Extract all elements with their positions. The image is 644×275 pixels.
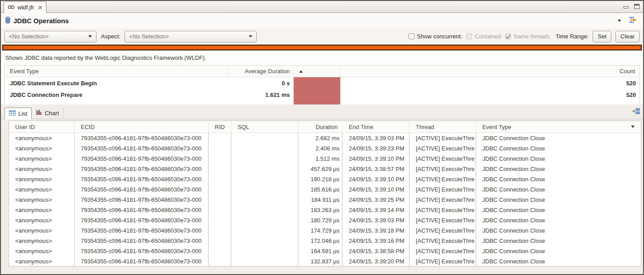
navigate-association-icon[interactable] <box>628 16 637 25</box>
cell-duration: 164.591 µs <box>298 246 343 256</box>
cell-thread: [ACTIVE] ExecuteThre <box>410 133 476 143</box>
cell-user-id: <anonymous> <box>9 225 75 236</box>
cell-event-type: JDBC Connection Close <box>476 174 641 184</box>
cell-event-type: JDBC Connection Close <box>476 195 641 205</box>
table-row[interactable]: <anonymous> 79354355-c096-4181-97fb-6504… <box>9 195 641 205</box>
aspect-combo[interactable]: <No Selection> <box>125 31 257 42</box>
tab-chart-label: Chart <box>45 110 59 117</box>
time-range-label: Time Range: <box>556 33 589 40</box>
description-text: Shows JDBC data reported by the WebLogic… <box>1 50 643 64</box>
header-event-type[interactable]: Event Type <box>4 66 229 77</box>
same-threads-checkbox <box>505 33 511 39</box>
cell-ecid: 79354355-c096-4181-97fb-650486030e73-000 <box>75 195 209 205</box>
header-ecid[interactable]: ECID <box>75 121 209 133</box>
editor-tab-bar: wldf.jfr <box>1 1 643 13</box>
header-end-time[interactable]: End Time <box>343 121 410 133</box>
summary-region: Shows JDBC data reported by the WebLogic… <box>1 50 643 104</box>
table-row[interactable]: <anonymous> 79354355-c096-4181-97fb-6504… <box>9 184 641 195</box>
summary-table-row[interactable]: JDBC Statement Execute Begin 0 s 520 <box>4 77 640 89</box>
header-average-duration[interactable]: Average Duration <box>229 66 294 77</box>
table-row[interactable]: <anonymous> 79354355-c096-4181-97fb-6504… <box>9 236 641 246</box>
header-count[interactable]: Count <box>340 66 640 77</box>
table-row[interactable]: <anonymous> 79354355-c096-4181-97fb-6504… <box>9 143 641 154</box>
table-row[interactable]: <anonymous> 79354355-c096-4181-97fb-6504… <box>9 174 641 184</box>
editor-tab-wldf[interactable]: wldf.jfr <box>4 1 46 13</box>
cell-thread: [ACTIVE] ExecuteThre <box>410 164 476 174</box>
summary-table-row[interactable]: JDBC Statement Creation 159.374 µs 520 <box>4 100 640 104</box>
filter-toolbar: <No Selection> Aspect: <No Selection> Sh… <box>1 28 643 45</box>
minimize-icon[interactable] <box>623 4 629 10</box>
cell-sql <box>231 205 298 215</box>
link-to-table-icon[interactable] <box>631 108 640 116</box>
header-user-id[interactable]: User ID <box>9 121 75 133</box>
table-row[interactable]: <anonymous> 79354355-c096-4181-97fb-6504… <box>9 164 641 174</box>
header-event-type[interactable]: Event Type <box>476 121 641 133</box>
aspect-label: Aspect: <box>101 33 120 40</box>
summary-table-row[interactable]: JDBC Connection Prepare 1.621 ms 520 <box>4 89 640 100</box>
maximize-icon[interactable] <box>634 4 640 10</box>
header-duration[interactable]: Duration <box>298 121 343 133</box>
cell-rid <box>209 133 231 143</box>
cell-duration: 2.682 ms <box>298 133 343 143</box>
cell-thread: [ACTIVE] ExecuteThre <box>410 205 476 215</box>
table-row[interactable]: <anonymous> 79354355-c096-4181-97fb-6504… <box>9 133 641 143</box>
cell-sql <box>231 256 298 267</box>
cell-ecid: 79354355-c096-4181-97fb-650486030e73-000 <box>75 256 209 267</box>
cell-sql <box>231 174 298 184</box>
cell-rid <box>209 174 231 184</box>
table-row[interactable]: <anonymous> 79354355-c096-4181-97fb-6504… <box>9 205 641 215</box>
cell-sql <box>231 236 298 246</box>
table-row[interactable]: <anonymous> 79354355-c096-4181-97fb-6504… <box>9 256 641 267</box>
tab-chart[interactable]: Chart <box>32 107 63 119</box>
cell-rid <box>209 246 231 256</box>
tab-list[interactable]: List <box>4 108 32 119</box>
cell-end-time: 24/09/15, 3:38:58 PM <box>343 246 410 256</box>
set-button[interactable]: Set <box>593 31 611 42</box>
clear-button[interactable]: Clear <box>615 31 640 42</box>
cell-user-id: <anonymous> <box>9 174 75 184</box>
header-thread[interactable]: Thread <box>410 121 476 133</box>
close-icon[interactable] <box>38 5 42 10</box>
table-row[interactable]: <anonymous> 79354355-c096-4181-97fb-6504… <box>9 215 641 225</box>
time-range-bar[interactable] <box>2 45 642 50</box>
cell-event-type: JDBC Connection Close <box>476 215 641 225</box>
cell-event-type: JDBC Connection Close <box>476 205 641 215</box>
table-row[interactable]: <anonymous> 79354355-c096-4181-97fb-6504… <box>9 225 641 236</box>
aspect-combo-value: <No Selection> <box>129 33 169 40</box>
detail-table: User ID ECID RID SQL Duration End Time T… <box>8 121 641 267</box>
table-row[interactable]: <anonymous> 79354355-c096-4181-97fb-6504… <box>9 154 641 164</box>
detail-table-body: <anonymous> 79354355-c096-4181-97fb-6504… <box>9 133 641 267</box>
cell-end-time: 24/09/15, 3:39:23 PM <box>343 143 410 154</box>
cell-event-type: JDBC Connection Prepare <box>4 89 229 100</box>
cell-end-time: 24/09/15, 3:39:10 PM <box>343 154 410 164</box>
cell-rid <box>209 143 231 154</box>
cell-event-type: JDBC Connection Close <box>476 133 641 143</box>
flight-recorder-icon <box>8 4 15 11</box>
window-controls <box>623 1 640 12</box>
cell-duration: 172.046 µs <box>298 236 343 246</box>
cell-user-id: <anonymous> <box>9 133 75 143</box>
selection-combo[interactable]: <No Selection> <box>4 31 96 42</box>
cell-event-type: JDBC Connection Close <box>476 225 641 236</box>
cell-user-id: <anonymous> <box>9 195 75 205</box>
duration-bar <box>294 77 340 89</box>
cell-sql <box>231 133 298 143</box>
cell-rid <box>209 164 231 174</box>
header-duration-bar[interactable] <box>294 66 340 77</box>
cell-event-type: JDBC Statement Execute Begin <box>4 77 229 89</box>
header-sql[interactable]: SQL <box>231 121 298 133</box>
cell-user-id: <anonymous> <box>9 154 75 164</box>
duration-bar <box>294 100 340 104</box>
cell-end-time: 24/09/15, 3:39:10 PM <box>343 184 410 195</box>
contained-checkbox <box>466 33 472 39</box>
cell-duration: 174.729 µs <box>298 225 343 236</box>
cell-ecid: 79354355-c096-4181-97fb-650486030e73-000 <box>75 154 209 164</box>
cell-end-time: 24/09/15, 3:39:03 PM <box>343 215 410 225</box>
summary-table: Event Type Average Duration Count JDBC S… <box>4 65 640 104</box>
show-concurrent-checkbox[interactable] <box>409 33 414 39</box>
cell-user-id: <anonymous> <box>9 256 75 267</box>
header-rid[interactable]: RID <box>209 121 231 133</box>
cell-event-type: JDBC Connection Close <box>476 184 641 195</box>
view-menu-icon[interactable] <box>618 20 621 22</box>
table-row[interactable]: <anonymous> 79354355-c096-4181-97fb-6504… <box>9 246 641 256</box>
